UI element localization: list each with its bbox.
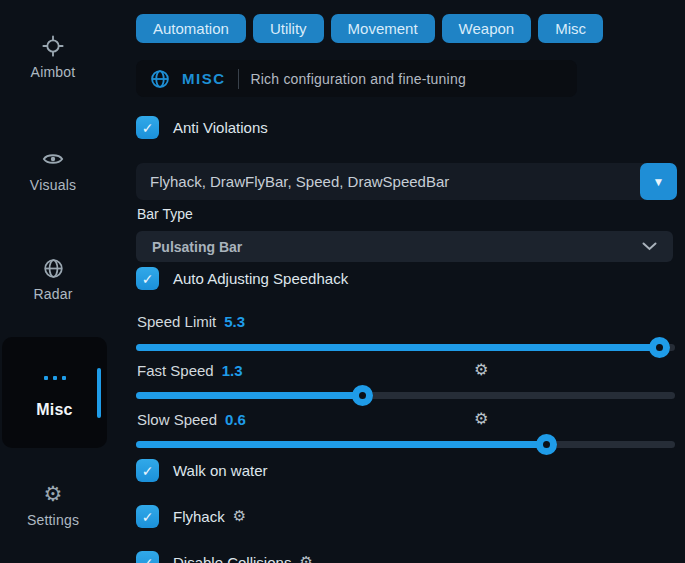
tab-weapon[interactable]: Weapon [442, 14, 532, 43]
eye-icon [42, 148, 64, 170]
slider-fill [136, 392, 362, 399]
fast-speed-slider[interactable] [136, 385, 675, 406]
checkbox-label: Walk on water [173, 462, 267, 479]
sidebar-item-label: Misc [36, 401, 72, 419]
gear-icon[interactable]: ⚙ [474, 409, 488, 428]
checkbox-label: Disable Collisions [173, 554, 291, 563]
check-icon: ✓ [142, 463, 154, 479]
sidebar-item-label: Aimbot [31, 64, 76, 80]
slider-value: 5.3 [224, 313, 245, 330]
sidebar-item-visuals[interactable]: Visuals [0, 148, 106, 193]
tab-utility[interactable]: Utility [253, 14, 324, 43]
sidebar: Aimbot Visuals Radar Mi [0, 0, 130, 563]
slider-label: Slow Speed [137, 411, 217, 428]
sidebar-item-misc[interactable]: Misc [2, 337, 107, 448]
slider-value: 1.3 [222, 362, 243, 379]
bar-type-select[interactable]: Pulsating Bar [136, 231, 673, 262]
gear-icon[interactable]: ⚙ [299, 555, 312, 563]
disable-collisions-checkbox[interactable]: ✓ [136, 551, 159, 563]
sidebar-item-settings[interactable]: ⚙ Settings [0, 483, 106, 528]
speed-limit-slider[interactable] [136, 337, 675, 358]
mod-menu-window: Aimbot Visuals Radar Mi [0, 0, 685, 563]
checkbox-label: Anti Violations [173, 119, 268, 136]
gear-icon[interactable]: ⚙ [233, 509, 246, 524]
globe-icon [42, 257, 64, 279]
check-icon: ✓ [142, 509, 154, 525]
gear-icon: ⚙ [42, 483, 64, 505]
category-tabs: Automation Utility Movement Weapon Misc [136, 14, 603, 43]
check-icon: ✓ [142, 120, 154, 136]
slow-speed-label-row: Slow Speed 0.6 ⚙ [137, 411, 246, 428]
slider-handle[interactable] [536, 434, 557, 455]
multiselect-dropdown-button[interactable]: ▼ [640, 163, 677, 200]
divider [238, 69, 239, 89]
slider-value: 0.6 [225, 411, 246, 428]
auto-adjusting-speedhack-checkbox[interactable]: ✓ [136, 267, 159, 290]
chevron-down-icon [642, 242, 657, 251]
sidebar-item-label: Visuals [30, 177, 76, 193]
multiselect-value: Flyhack, DrawFlyBar, Speed, DrawSpeedBar [150, 173, 449, 190]
sidebar-item-label: Settings [27, 512, 79, 528]
slider-handle[interactable] [649, 337, 670, 358]
tab-misc[interactable]: Misc [538, 14, 603, 43]
main-panel: Automation Utility Movement Weapon Misc … [136, 0, 677, 563]
slider-handle[interactable] [352, 385, 373, 406]
slider-label: Fast Speed [137, 362, 214, 379]
bar-type-label: Bar Type [137, 206, 193, 222]
select-value: Pulsating Bar [152, 239, 242, 255]
ellipsis-icon [44, 367, 66, 389]
active-indicator-bar [97, 368, 101, 418]
slider-fill [136, 344, 659, 351]
sidebar-item-label: Radar [33, 286, 72, 302]
tab-automation[interactable]: Automation [136, 14, 246, 43]
walk-on-water-row: ✓ Walk on water [136, 459, 267, 482]
feature-multiselect[interactable]: Flyhack, DrawFlyBar, Speed, DrawSpeedBar… [136, 163, 677, 200]
disable-collisions-row: ✓ Disable Collisions ⚙ [136, 551, 313, 563]
check-icon: ✓ [142, 271, 154, 287]
slider-label: Speed Limit [137, 313, 216, 330]
anti-violations-row: ✓ Anti Violations [136, 116, 268, 139]
speed-limit-label-row: Speed Limit 5.3 [137, 313, 245, 330]
slider-fill [136, 441, 546, 448]
slow-speed-slider[interactable] [136, 434, 675, 455]
sidebar-item-radar[interactable]: Radar [0, 257, 106, 302]
check-icon: ✓ [142, 555, 154, 563]
crosshair-icon [42, 35, 64, 57]
sidebar-item-aimbot[interactable]: Aimbot [0, 35, 106, 80]
fast-speed-label-row: Fast Speed 1.3 ⚙ [137, 362, 243, 379]
section-title: MISC [182, 70, 226, 87]
section-banner: MISC Rich configuration and fine-tuning [136, 60, 577, 97]
checkbox-label: Flyhack [173, 508, 225, 525]
walk-on-water-checkbox[interactable]: ✓ [136, 459, 159, 482]
anti-violations-checkbox[interactable]: ✓ [136, 116, 159, 139]
flyhack-row: ✓ Flyhack ⚙ [136, 505, 246, 528]
gear-icon[interactable]: ⚙ [474, 360, 488, 379]
triangle-down-icon: ▼ [653, 175, 665, 189]
checkbox-label: Auto Adjusting Speedhack [173, 270, 348, 287]
auto-adjusting-speedhack-row: ✓ Auto Adjusting Speedhack [136, 267, 348, 290]
tab-movement[interactable]: Movement [331, 14, 435, 43]
section-subtitle: Rich configuration and fine-tuning [251, 71, 466, 87]
globe-icon [150, 69, 170, 89]
flyhack-checkbox[interactable]: ✓ [136, 505, 159, 528]
